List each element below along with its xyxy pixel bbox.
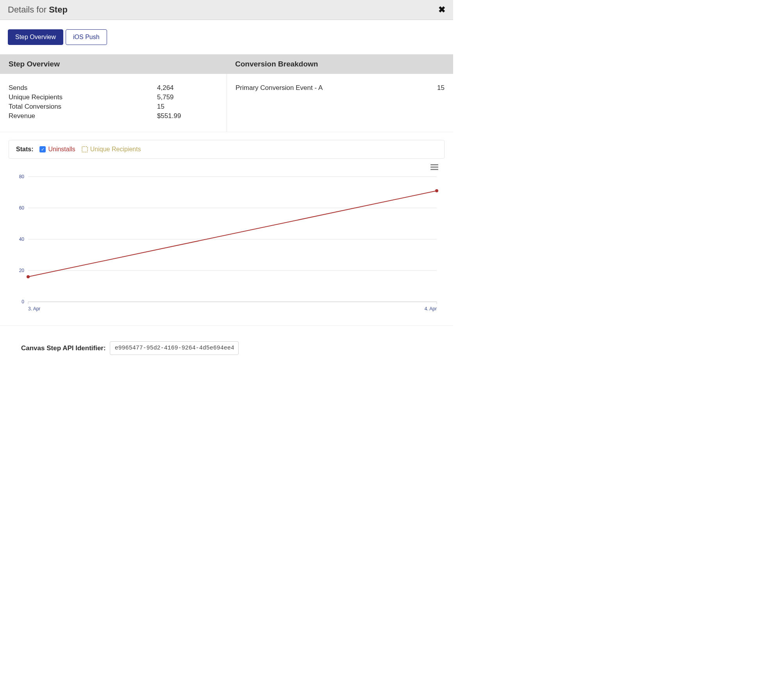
tabs: Step Overview iOS Push: [0, 20, 453, 54]
step-overview-title: Step Overview: [9, 60, 218, 68]
section-header-row: Step Overview Conversion Breakdown: [0, 54, 453, 74]
checkbox-unchecked-icon: [82, 146, 88, 152]
tab-step-overview[interactable]: Step Overview: [8, 29, 63, 45]
sends-value: 4,264: [157, 84, 218, 92]
svg-point-16: [435, 189, 438, 192]
unique-recipients-value: 5,759: [157, 93, 218, 101]
modal-header: Details for Step ✖: [0, 0, 453, 20]
overview-metrics: Sends 4,264 Unique Recipients 5,759 Tota…: [9, 84, 218, 120]
svg-text:20: 20: [19, 268, 25, 273]
stats-toggle-unique-recipients[interactable]: Unique Recipients: [82, 146, 141, 153]
svg-point-15: [27, 275, 30, 278]
close-icon: ✖: [438, 5, 445, 14]
checkbox-checked-icon: ✓: [39, 146, 46, 152]
svg-text:4. Apr: 4. Apr: [425, 306, 437, 312]
primary-conversion-label: Primary Conversion Event - A: [236, 84, 323, 92]
tab-ios-push[interactable]: iOS Push: [66, 29, 107, 45]
sends-label: Sends: [9, 84, 157, 92]
unique-recipients-label: Unique Recipients: [9, 93, 157, 101]
svg-text:80: 80: [19, 174, 25, 179]
stats-unique-label: Unique Recipients: [90, 146, 141, 153]
modal-title: Details for Step: [8, 5, 68, 15]
api-identifier-row: Canvas Step API Identifier:: [0, 325, 453, 367]
conversion-breakdown-title: Conversion Breakdown: [235, 60, 445, 68]
total-conversions-label: Total Conversions: [9, 103, 157, 111]
svg-text:0: 0: [21, 299, 24, 305]
close-button[interactable]: ✖: [438, 5, 445, 15]
total-conversions-value: 15: [157, 103, 218, 111]
primary-conversion-value: 15: [437, 84, 445, 92]
revenue-value: $551.99: [157, 112, 218, 120]
revenue-label: Revenue: [9, 112, 157, 120]
conversion-metrics: Primary Conversion Event - A 15: [236, 84, 445, 92]
chart-container: 0204060803. Apr4. Apr: [9, 161, 445, 317]
hamburger-icon: [430, 164, 438, 165]
stats-toggle-uninstalls[interactable]: ✓ Uninstalls: [39, 146, 75, 153]
svg-text:60: 60: [19, 205, 25, 211]
modal-title-bold: Step: [49, 5, 68, 14]
chart-menu-button[interactable]: [429, 163, 440, 172]
modal-title-prefix: Details for: [8, 5, 49, 14]
svg-text:3. Apr: 3. Apr: [28, 306, 40, 312]
svg-text:40: 40: [19, 236, 25, 242]
line-chart: 0204060803. Apr4. Apr: [9, 161, 445, 317]
api-identifier-input[interactable]: [110, 341, 239, 355]
metrics-row: Sends 4,264 Unique Recipients 5,759 Tota…: [0, 74, 453, 132]
stats-label: Stats:: [16, 146, 33, 153]
api-identifier-label: Canvas Step API Identifier:: [21, 344, 106, 352]
stats-uninstalls-label: Uninstalls: [48, 146, 75, 153]
stats-panel: Stats: ✓ Uninstalls Unique Recipients: [9, 140, 445, 159]
